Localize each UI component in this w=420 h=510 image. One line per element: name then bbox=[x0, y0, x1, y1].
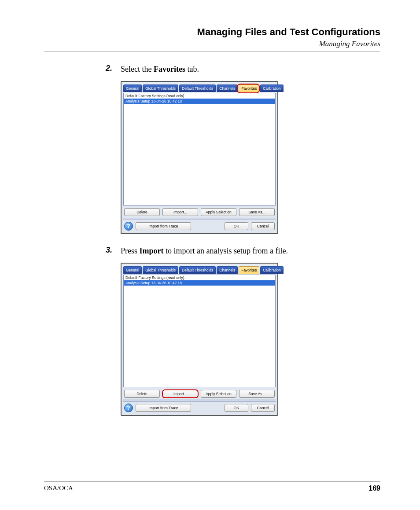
step-text: Select the Favorites tab. bbox=[121, 64, 199, 75]
step-3-bold: Import bbox=[140, 246, 164, 255]
action-button-row: Delete Import... Apply Selection Save As… bbox=[122, 207, 277, 218]
ok-button[interactable]: OK bbox=[225, 222, 248, 230]
tab-default-thresholds[interactable]: Default Thresholds bbox=[179, 84, 216, 92]
step-number: 2. bbox=[106, 64, 121, 75]
save-as-button[interactable]: Save As... bbox=[239, 208, 275, 216]
list-item[interactable]: Default Factory Settings (read only). bbox=[124, 93, 275, 99]
page-number: 169 bbox=[368, 484, 380, 492]
ok-button[interactable]: OK bbox=[225, 404, 248, 412]
tab-channels[interactable]: Channels bbox=[217, 84, 238, 92]
apply-selection-button[interactable]: Apply Selection bbox=[201, 208, 236, 216]
tab-global-thresholds[interactable]: Global Thresholds bbox=[143, 266, 178, 274]
step-number: 3. bbox=[106, 246, 121, 257]
cancel-button[interactable]: Cancel bbox=[251, 404, 275, 412]
import-button[interactable]: Import... bbox=[162, 390, 198, 398]
cancel-button[interactable]: Cancel bbox=[251, 222, 275, 230]
tab-default-thresholds[interactable]: Default Thresholds bbox=[179, 266, 216, 274]
tab-global-thresholds[interactable]: Global Thresholds bbox=[143, 84, 178, 92]
import-button[interactable]: Import... bbox=[162, 208, 198, 216]
step-text: Press Import to import an analysis setup… bbox=[121, 246, 288, 257]
tab-favorites[interactable]: Favorites bbox=[239, 84, 259, 92]
tab-bar: General Global Thresholds Default Thresh… bbox=[122, 82, 277, 92]
step-3-post: to import an analysis setup from a file. bbox=[164, 246, 288, 255]
step-2: 2. Select the Favorites tab. bbox=[106, 64, 380, 75]
apply-selection-button[interactable]: Apply Selection bbox=[201, 390, 236, 398]
step-2-post: tab. bbox=[185, 65, 199, 73]
footer-rule bbox=[44, 481, 380, 482]
dialog-import-button: General Global Thresholds Default Thresh… bbox=[121, 263, 278, 416]
save-as-button[interactable]: Save As... bbox=[239, 390, 275, 398]
tab-channels[interactable]: Channels bbox=[217, 266, 238, 274]
delete-button[interactable]: Delete bbox=[124, 208, 160, 216]
page-header: Managing Files and Test Configurations M… bbox=[44, 26, 380, 48]
import-from-trace-button[interactable]: Import from Trace bbox=[136, 222, 191, 230]
tab-general[interactable]: General bbox=[123, 84, 142, 92]
step-2-pre: Select the bbox=[121, 65, 154, 73]
page-footer: OSA/OCA 169 bbox=[44, 478, 380, 492]
dialog-bottom-row: ? Import from Trace OK Cancel bbox=[122, 402, 277, 415]
header-rule bbox=[44, 51, 380, 51]
tab-general[interactable]: General bbox=[123, 266, 142, 274]
tab-bar: General Global Thresholds Default Thresh… bbox=[122, 264, 277, 274]
help-icon[interactable]: ? bbox=[124, 222, 133, 231]
tab-calibration[interactable]: Calibration bbox=[260, 84, 284, 92]
step-3-pre: Press bbox=[121, 246, 140, 255]
list-item-selected[interactable]: Analysis Setup 13-04-26 10 42 18 bbox=[124, 99, 275, 104]
tab-calibration[interactable]: Calibration bbox=[260, 266, 284, 274]
delete-button[interactable]: Delete bbox=[124, 390, 160, 398]
step-3: 3. Press Import to import an analysis se… bbox=[106, 246, 380, 257]
footer-product: OSA/OCA bbox=[44, 484, 73, 492]
action-button-row: Delete Import... Apply Selection Save As… bbox=[122, 389, 277, 400]
import-button-label: Import... bbox=[173, 392, 187, 396]
tab-favorites-label: Favorites bbox=[241, 86, 257, 91]
favorites-list[interactable]: Default Factory Settings (read only). An… bbox=[123, 275, 276, 387]
page-subtitle: Managing Favorites bbox=[44, 40, 380, 48]
list-item-selected[interactable]: Analysis Setup 13-04-26 10 42 18 bbox=[124, 280, 275, 286]
favorites-list[interactable]: Default Factory Settings (read only). An… bbox=[123, 93, 276, 205]
dialog-favorites-tab: General Global Thresholds Default Thresh… bbox=[121, 81, 278, 234]
tab-favorites[interactable]: Favorites bbox=[239, 266, 259, 274]
import-from-trace-button[interactable]: Import from Trace bbox=[136, 404, 191, 412]
page-title: Managing Files and Test Configurations bbox=[44, 26, 380, 38]
list-item[interactable]: Default Factory Settings (read only). bbox=[124, 275, 275, 280]
dialog-bottom-row: ? Import from Trace OK Cancel bbox=[122, 220, 277, 233]
step-2-bold: Favorites bbox=[154, 65, 185, 73]
help-icon[interactable]: ? bbox=[124, 404, 133, 412]
